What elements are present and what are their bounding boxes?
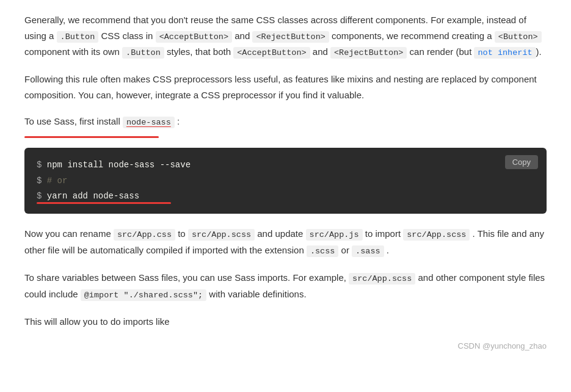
- p3-code-node-sass: node-sass: [123, 117, 175, 128]
- code-comment-or: # or: [42, 176, 67, 186]
- watermark: CSDN @yunchong_zhao: [24, 340, 547, 353]
- p5-code-import: @import "./shared.scss";: [81, 289, 206, 301]
- p1-code-button-component: <Button>: [495, 31, 542, 43]
- p4-code-app-js: src/App.js: [306, 229, 363, 241]
- p4-text-end: .: [384, 245, 389, 255]
- p4-text-mid5: or: [338, 245, 352, 255]
- p4-code-app-scss: src/App.scss: [188, 229, 255, 241]
- code-line-1: $ npm install node-sass --save: [37, 158, 534, 173]
- paragraph-3: To use Sass, first install node-sass :: [24, 114, 547, 130]
- copy-button[interactable]: Copy: [505, 155, 538, 169]
- page-wrapper: Generally, we recommend that you don't r…: [24, 12, 547, 353]
- p4-code-app-css: src/App.css: [114, 229, 175, 241]
- p1-code-reject-2: <RejectButton>: [330, 47, 407, 59]
- p1-text-end: ).: [536, 46, 542, 57]
- code-text-3: yarn add node-sass: [42, 191, 139, 201]
- p1-text-mid1: CSS class in: [98, 31, 155, 41]
- p1-text-mid2: and: [232, 31, 252, 41]
- p3-colon: :: [175, 116, 180, 126]
- p4-text-mid3: to import: [363, 228, 404, 239]
- not-inherit-link[interactable]: not inherit: [474, 47, 536, 59]
- p1-code-rejectbutton: <RejectButton>: [252, 31, 329, 43]
- p1-code-button: .Button: [57, 31, 99, 43]
- p4-code-sass-ext: .sass: [352, 245, 384, 257]
- paragraph-5: To share variables between Sass files, y…: [24, 270, 547, 303]
- code-line-2: $ # or: [37, 173, 534, 189]
- p4-code-app-scss-2: src/App.scss: [403, 229, 470, 241]
- paragraph-1: Generally, we recommend that you don't r…: [24, 12, 547, 60]
- p1-text-mid7: can render (but: [407, 46, 474, 57]
- p4-code-scss-ext: .scss: [307, 245, 339, 257]
- p1-text-mid3: components, we recommend creating a: [329, 31, 495, 41]
- paragraph-4: Now you can rename src/App.css to src/Ap…: [24, 226, 547, 259]
- p5-text-before: To share variables between Sass files, y…: [24, 272, 349, 283]
- paragraph-6: This will allow you to do imports like: [24, 314, 547, 330]
- p1-code-acceptbutton: <AcceptButton>: [156, 31, 232, 43]
- p4-text-before: Now you can rename: [24, 228, 114, 239]
- paragraph-2: Following this rule often makes CSS prep…: [24, 71, 547, 103]
- p1-code-accept-2: <AcceptButton>: [233, 47, 310, 59]
- p4-text-mid2: and update: [255, 228, 305, 239]
- p1-text-mid5: styles, that both: [164, 46, 233, 57]
- p4-text-mid1: to: [175, 228, 188, 239]
- p5-code-app-scss: src/App.scss: [349, 273, 415, 285]
- p5-text-end: with variable definitions.: [206, 289, 306, 299]
- p1-text-mid4: component with its own: [24, 46, 122, 57]
- content-area: Generally, we recommend that you don't r…: [24, 12, 547, 329]
- p3-text-before: To use Sass, first install: [24, 116, 123, 126]
- underline-decoration: [24, 136, 159, 138]
- code-text-1: npm install node-sass --save: [42, 160, 191, 170]
- code-block: Copy $ npm install node-sass --save $ # …: [24, 148, 547, 214]
- p1-text-mid6: and: [310, 46, 330, 57]
- p1-code-button-style: .Button: [122, 47, 164, 59]
- code-red-bar: [37, 202, 171, 204]
